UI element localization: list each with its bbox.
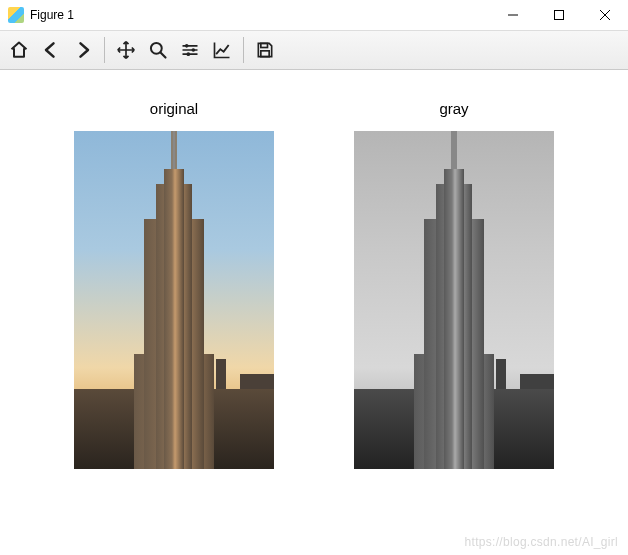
image-gray [354,131,554,469]
figure-toolbar [0,31,628,70]
pan-button[interactable] [111,35,141,65]
minimize-button[interactable] [490,0,536,30]
home-button[interactable] [4,35,34,65]
maximize-icon [554,10,564,20]
sliders-icon [180,40,200,60]
save-button[interactable] [250,35,280,65]
forward-button[interactable] [68,35,98,65]
image-original [74,131,274,469]
zoom-button[interactable] [143,35,173,65]
subplot-title-gray: gray [439,100,468,117]
toolbar-separator [104,37,105,63]
subplot-title-original: original [150,100,198,117]
window-title: Figure 1 [30,8,74,22]
toolbar-separator [243,37,244,63]
svg-point-4 [187,52,191,56]
arrow-right-icon [73,40,93,60]
chart-icon [212,40,232,60]
close-icon [600,10,610,20]
home-icon [9,40,29,60]
svg-rect-0 [555,11,564,20]
svg-point-3 [192,48,196,52]
save-icon [255,40,275,60]
minimize-icon [508,10,518,20]
zoom-icon [148,40,168,60]
figure-canvas[interactable]: original gr [0,70,628,469]
subplot-gray: gray [354,100,554,469]
edit-axes-button[interactable] [207,35,237,65]
maximize-button[interactable] [536,0,582,30]
move-icon [116,40,136,60]
close-button[interactable] [582,0,628,30]
watermark-text: https://blog.csdn.net/AI_girl [465,535,618,549]
back-button[interactable] [36,35,66,65]
svg-rect-6 [261,51,269,57]
subplot-original: original [74,100,274,469]
configure-subplots-button[interactable] [175,35,205,65]
svg-rect-5 [261,43,268,47]
arrow-left-icon [41,40,61,60]
svg-point-2 [185,44,189,48]
app-icon [8,7,24,23]
window-titlebar: Figure 1 [0,0,628,31]
